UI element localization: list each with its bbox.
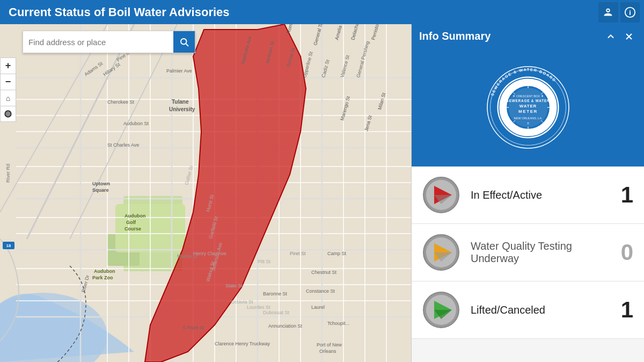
svg-text:WATER: WATER [519,104,536,108]
svg-text:Pitt St: Pitt St [258,259,271,264]
search-input[interactable] [23,38,173,47]
testing-icon [422,234,460,271]
info-panel-controls [603,29,636,44]
logo-area: SEWERAGE & WATER WATER METER SEWERAGE & … [412,48,644,166]
svg-point-108 [5,111,10,116]
home-button[interactable]: ⌂ [0,90,16,106]
zoom-in-button[interactable]: + [0,57,16,74]
svg-text:Chestnut St: Chestnut St [311,270,337,275]
svg-text:St Charles Ave: St Charles Ave [107,142,139,148]
svg-text:Audubon: Audubon [94,269,115,274]
svg-text:Camp St: Camp St [327,251,347,256]
map-area[interactable]: 18 Adams St Hillary St Pine St Palmier A… [0,24,411,362]
map-controls: + − ⌂ [0,57,16,122]
svg-text:Uptown: Uptown [92,181,110,186]
in-effect-label: In Effect/Active [471,189,617,201]
lifted-label: Lifted/Canceled [471,304,617,316]
zoom-out-button[interactable]: − [0,74,16,90]
svg-text:Palmier Ave: Palmier Ave [166,68,192,74]
svg-text:Tulane: Tulane [172,99,189,105]
svg-text:Baronne St: Baronne St [263,291,288,296]
info-panel-header: Info Summary [412,24,644,48]
svg-text:Audubon: Audubon [125,213,146,219]
svg-point-1 [607,9,609,11]
svg-text:S Front St: S Front St [182,325,204,330]
in-effect-icon [422,176,460,214]
svg-text:Cherokee St: Cherokee St [107,99,135,105]
app-title: Current Status of Boil Water Advisories [9,5,230,19]
svg-text:Annunciation St: Annunciation St [268,323,303,329]
layers-button[interactable] [0,106,16,122]
profile-icon-button[interactable] [598,2,618,23]
svg-text:Dubossat St: Dubossat St [263,310,290,315]
svg-text:Lourdes St: Lourdes St [247,305,270,310]
svg-text:Clarence Henry Truckway: Clarence Henry Truckway [215,341,270,346]
lifted-icon [422,291,460,329]
svg-text:Square: Square [92,187,109,193]
testing-label: Water Quality Testing Underway [471,240,617,265]
close-panel-button[interactable] [621,29,636,44]
svg-text:Henry Clay Ave: Henry Clay Ave [193,251,226,256]
svg-text:18: 18 [6,243,11,248]
svg-text:SEWERAGE & WATER: SEWERAGE & WATER [506,99,550,103]
svg-text:METER: METER [518,109,538,114]
svg-text:Tchoupit...: Tchoupit... [327,321,349,326]
svg-text:Orleans: Orleans [319,349,336,354]
info-panel-title: Info Summary [419,30,491,42]
header-icon-area: i [598,0,644,24]
search-button[interactable] [173,31,195,53]
testing-count: 0 [617,240,633,265]
svg-text:State St: State St [225,283,243,288]
svg-text:Golf: Golf [126,220,136,225]
svg-text:✦ CRESCENT BOX ✦: ✦ CRESCENT BOX ✦ [513,95,543,98]
info-icon-button[interactable]: i [620,2,640,23]
status-item-lifted: Lifted/Canceled 1 [412,281,644,339]
status-item-in-effect: In Effect/Active 1 [412,166,644,224]
swb-logo: SEWERAGE & WATER WATER METER SEWERAGE & … [485,64,571,150]
svg-line-106 [186,44,188,46]
svg-text:Audubon St: Audubon St [123,121,149,126]
svg-text:Constance St: Constance St [306,288,335,294]
in-effect-count: 1 [617,182,633,208]
search-bar [23,31,195,53]
info-panel: Info Summary [411,24,644,362]
svg-text:Octavia St: Octavia St [231,299,253,305]
svg-text:Mazire St: Mazire St [177,254,198,259]
svg-text:Port of New: Port of New [317,342,342,347]
status-list: In Effect/Active 1 Water Quality Testing… [412,166,644,339]
svg-text:Park Zoo: Park Zoo [92,275,113,280]
app-header: Current Status of Boil Water Advisories [0,0,598,24]
svg-text:i: i [629,8,631,16]
status-item-testing: Water Quality Testing Underway 0 [412,224,644,281]
collapse-panel-button[interactable] [603,29,618,44]
svg-text:Course: Course [125,226,141,231]
svg-text:University: University [169,106,195,112]
lifted-count: 1 [617,297,633,323]
svg-text:Piret St: Piret St [290,251,306,256]
svg-text:River Rd: River Rd [5,164,11,183]
svg-text:Laurel: Laurel [311,305,325,310]
svg-text:NEW ORLEANS, LA.: NEW ORLEANS, LA. [514,117,542,120]
map-canvas: 18 Adams St Hillary St Pine St Palmier A… [0,24,411,362]
